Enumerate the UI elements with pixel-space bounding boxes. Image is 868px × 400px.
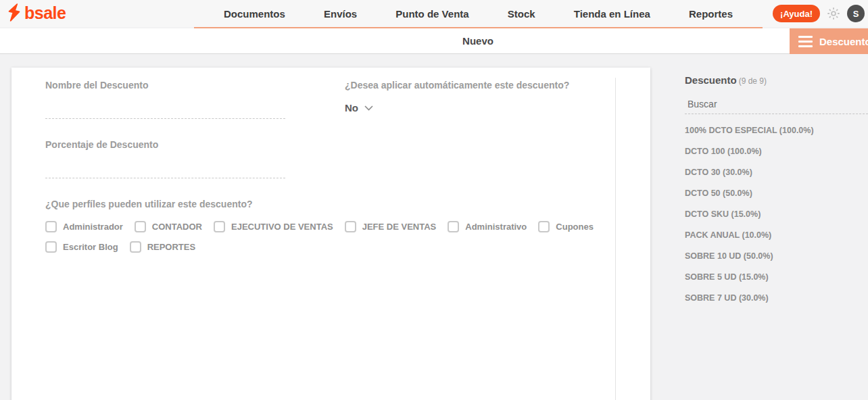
profiles-question: ¿Que perfíles pueden utilizar este descu… [45, 199, 615, 209]
profile-checkbox-label: Cupones [556, 222, 594, 232]
nav-active-underline [194, 27, 763, 28]
porcentaje-descuento-label: Porcentaje de Descuento [45, 139, 345, 150]
checkbox-unchecked[interactable] [345, 221, 356, 232]
panel-count: (9 de 9) [739, 76, 767, 86]
checkbox-unchecked[interactable] [538, 221, 550, 232]
search-input[interactable] [685, 97, 868, 114]
descuento-list-panel: Descuento(9 de 9) 100% DCTO ESPECIAL (10… [685, 74, 868, 309]
help-button[interactable]: ¡Ayuda! [773, 5, 820, 22]
checkbox-unchecked[interactable] [214, 221, 225, 232]
profile-checkbox-label: REPORTES [147, 242, 196, 252]
discount-form-card: Nombre del Descuento ¿Desea aplicar auto… [11, 68, 650, 400]
subheader-bar: Nuevo [0, 28, 868, 54]
avatar[interactable]: S [847, 5, 865, 22]
panel-title-text: Descuento [685, 74, 737, 86]
bsale-logo[interactable]: bsale [7, 3, 66, 22]
profile-checkbox-option[interactable]: JEFE DE VENTAS [345, 221, 437, 232]
discount-list-item[interactable]: SOBRE 7 UD (30.0%) [685, 288, 868, 309]
checkbox-unchecked[interactable] [45, 221, 57, 232]
top-actions: ¡Ayuda! S [773, 0, 865, 27]
checkbox-unchecked[interactable] [45, 241, 57, 253]
profile-checkbox-label: Escritor Blog [63, 242, 118, 252]
nav-item[interactable]: Tienda en Línea [574, 8, 650, 20]
tab-nuevo[interactable]: Nuevo [462, 28, 493, 54]
nombre-descuento-input[interactable] [45, 103, 285, 119]
form-column: Nombre del Descuento ¿Desea aplicar auto… [11, 68, 615, 400]
profile-checkbox-label: Administrativo [465, 222, 527, 232]
profiles-section: ¿Que perfíles pueden utilizar este descu… [45, 199, 615, 253]
discount-list: 100% DCTO ESPECIAL (100.0%)DCTO 100 (100… [685, 120, 868, 309]
chevron-down-icon [364, 105, 373, 111]
discount-list-item[interactable]: SOBRE 10 UD (50.0%) [685, 246, 868, 267]
card-right-divider-column [615, 78, 650, 400]
main-nav: DocumentosEnvíosPunto de VentaStockTiend… [194, 0, 763, 27]
top-bar: bsale DocumentosEnvíosPunto de VentaStoc… [0, 0, 868, 27]
nav-item[interactable]: Reportes [689, 8, 733, 20]
discount-list-item[interactable]: DCTO 100 (100.0%) [685, 141, 868, 162]
discount-list-item[interactable]: DCTO 30 (30.0%) [685, 162, 868, 183]
profile-checkbox-option[interactable]: REPORTES [130, 241, 196, 253]
profile-checkbox-option[interactable]: EJECUTIVO DE VENTAS [214, 221, 333, 232]
profile-checkbox-label: JEFE DE VENTAS [362, 222, 437, 232]
profile-checkbox-label: Administrador [63, 222, 123, 232]
bsale-lightning-icon [7, 3, 22, 22]
nombre-descuento-label: Nombre del Descuento [45, 80, 345, 91]
auto-apply-question: ¿Desea aplicar automáticamente este desc… [345, 80, 602, 91]
auto-apply-selected-value: No [345, 102, 358, 114]
gear-icon[interactable] [825, 5, 842, 22]
profile-checkbox-option[interactable]: Escritor Blog [45, 241, 118, 253]
profile-checkbox-label: EJECUTIVO DE VENTAS [231, 222, 333, 232]
discount-list-item[interactable]: DCTO 50 (50.0%) [685, 183, 868, 204]
nav-item[interactable]: Envíos [324, 8, 357, 20]
checkbox-unchecked[interactable] [448, 221, 459, 232]
profile-checkbox-option[interactable]: CONTADOR [135, 221, 202, 232]
nombre-descuento-field: Nombre del Descuento [45, 80, 345, 119]
hamburger-icon [798, 36, 813, 47]
profile-checkbox-option[interactable]: Administrador [45, 221, 123, 232]
discount-list-item[interactable]: DCTO SKU (15.0%) [685, 204, 868, 225]
checkbox-unchecked[interactable] [135, 221, 146, 232]
checkbox-unchecked[interactable] [130, 241, 141, 253]
profile-checkbox-option[interactable]: Administrativo [448, 221, 527, 232]
porcentaje-descuento-field: Porcentaje de Descuento [45, 139, 345, 178]
profile-checkbox-option[interactable]: Cupones [538, 221, 594, 232]
descuento-button-label: Descuento [819, 36, 868, 47]
panel-title: Descuento(9 de 9) [685, 74, 868, 86]
nav-item[interactable]: Stock [508, 8, 535, 20]
nav-item[interactable]: Documentos [224, 8, 285, 20]
bsale-logo-text: bsale [24, 3, 66, 22]
auto-apply-field: ¿Desea aplicar automáticamente este desc… [345, 80, 615, 139]
profile-checkbox-label: CONTADOR [152, 222, 202, 232]
descuento-panel-button[interactable]: Descuento [790, 28, 868, 54]
discount-list-item[interactable]: SOBRE 5 UD (15.0%) [685, 267, 868, 288]
discount-list-item[interactable]: 100% DCTO ESPECIAL (100.0%) [685, 120, 868, 141]
profiles-checkbox-group: Administrador CONTADOR EJECUTIVO DE VENT… [45, 221, 615, 253]
porcentaje-descuento-input[interactable] [45, 162, 285, 178]
auto-apply-select[interactable]: No [345, 102, 373, 114]
discount-list-item[interactable]: PACK ANUAL (10.0%) [685, 225, 868, 246]
nav-item[interactable]: Punto de Venta [395, 8, 468, 20]
